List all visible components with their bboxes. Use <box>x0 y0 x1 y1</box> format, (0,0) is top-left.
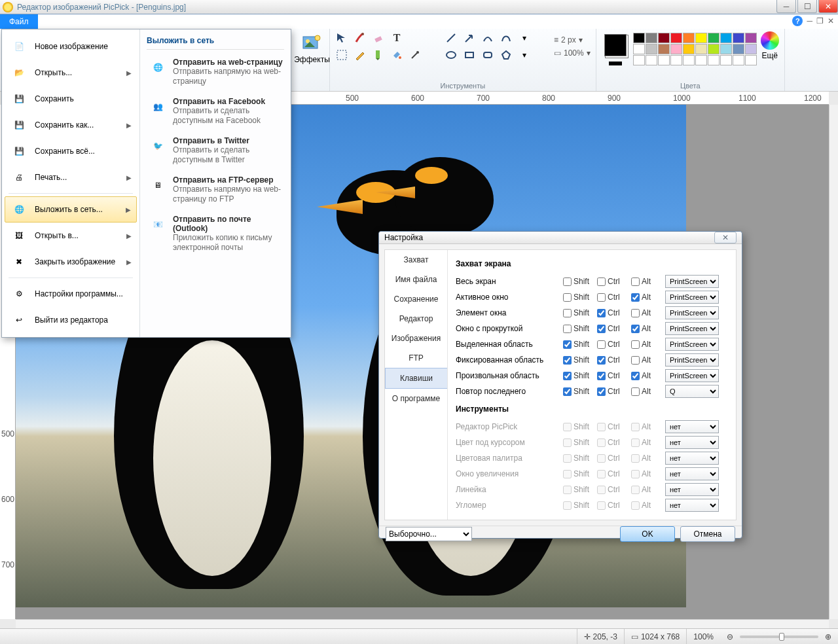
alt-checkbox[interactable] <box>631 438 640 447</box>
dialog-tab[interactable]: Захват <box>385 250 447 270</box>
color-swatch[interactable] <box>695 33 707 43</box>
color-swatch[interactable] <box>745 33 757 43</box>
color-swatch[interactable] <box>720 55 732 65</box>
color-swatch[interactable] <box>708 55 720 65</box>
hotkey-key-select[interactable]: нет <box>665 420 719 433</box>
hotkey-key-select[interactable]: нет <box>665 467 719 480</box>
dialog-tab[interactable]: Изображения <box>385 329 447 348</box>
arrow-shape-icon[interactable] <box>463 31 476 45</box>
color-swatch[interactable] <box>733 44 744 54</box>
alt-checkbox[interactable] <box>631 309 640 317</box>
ctrl-checkbox[interactable] <box>597 340 606 349</box>
alt-checkbox[interactable] <box>631 372 640 380</box>
hotkey-key-select[interactable]: нет <box>665 499 719 512</box>
marquee-tool-icon[interactable] <box>335 48 348 62</box>
share-menu-item[interactable]: 🐦Отправить в TwitterОтправить и сделать … <box>147 132 284 171</box>
ctrl-checkbox[interactable] <box>597 454 606 463</box>
shift-checkbox[interactable] <box>563 438 572 447</box>
file-menu-item[interactable]: 📄Новое изображение <box>5 33 137 60</box>
color-swatch[interactable] <box>695 55 707 65</box>
polygon-shape-icon[interactable] <box>500 48 513 62</box>
more-colors-button[interactable]: Ещё <box>761 31 779 60</box>
share-menu-item[interactable]: 📧Отправить по почте (Outlook)Приложить к… <box>147 211 284 259</box>
eraser-tool-icon[interactable] <box>372 31 385 45</box>
shift-checkbox[interactable] <box>563 356 572 365</box>
alt-checkbox[interactable] <box>631 387 640 396</box>
maximize-button[interactable]: ☐ <box>797 0 817 13</box>
color-swatch[interactable] <box>633 55 645 65</box>
color-swatch[interactable] <box>708 44 720 54</box>
color-swatch[interactable] <box>670 55 682 65</box>
hotkey-key-select[interactable]: PrintScreen <box>665 353 719 367</box>
text-tool-icon[interactable]: T <box>390 31 403 45</box>
file-menu-item[interactable]: 🖼Открыть в...▶ <box>5 223 137 249</box>
file-menu-item[interactable]: ✖Закрыть изображение▶ <box>5 249 137 275</box>
color-swatch[interactable] <box>658 33 670 43</box>
hotkey-key-select[interactable]: Q <box>665 385 719 398</box>
zoom-slider[interactable] <box>740 635 818 638</box>
color-swatch[interactable] <box>708 33 720 43</box>
ctrl-checkbox[interactable] <box>597 309 606 317</box>
ctrl-checkbox[interactable] <box>597 325 606 333</box>
ctrl-checkbox[interactable] <box>597 387 606 396</box>
stroke-width-control[interactable]: ≡ 2 px ▾ <box>554 35 591 45</box>
roundrect-shape-icon[interactable] <box>481 48 494 62</box>
color-swatch[interactable] <box>646 44 657 54</box>
line-shape-icon[interactable] <box>445 31 458 45</box>
alt-checkbox[interactable] <box>631 423 640 431</box>
alt-checkbox[interactable] <box>631 293 640 302</box>
ctrl-checkbox[interactable] <box>597 372 606 380</box>
dialog-tab[interactable]: О программе <box>385 389 447 408</box>
color-swatch[interactable] <box>733 55 744 65</box>
color-swatch[interactable] <box>658 55 670 65</box>
file-menu-item[interactable]: 🖨Печать...▶ <box>5 164 137 190</box>
color-swatch[interactable] <box>733 33 744 43</box>
pencil-tool-icon[interactable] <box>354 48 367 62</box>
foreground-color-swatch[interactable] <box>604 34 627 56</box>
ctrl-checkbox[interactable] <box>597 438 606 447</box>
alt-checkbox[interactable] <box>631 470 640 478</box>
color-swatch[interactable] <box>745 44 757 54</box>
color-swatch[interactable] <box>646 55 657 65</box>
file-menu-item[interactable]: ↩Выйти из редактора <box>5 307 137 333</box>
marker-tool-icon[interactable] <box>372 48 385 62</box>
shift-checkbox[interactable] <box>563 387 572 396</box>
shift-checkbox[interactable] <box>563 325 572 333</box>
shift-checkbox[interactable] <box>563 340 572 349</box>
picker-tool-icon[interactable] <box>409 48 422 62</box>
file-menu-item[interactable]: 💾Сохранить всё... <box>5 138 137 164</box>
file-menu-item[interactable]: 💾Сохранить <box>5 86 137 112</box>
color-swatch[interactable] <box>633 33 645 43</box>
shift-checkbox[interactable] <box>563 309 572 317</box>
share-menu-item[interactable]: 🌐Отправить на web-страницуОтправить напр… <box>147 54 284 93</box>
shift-checkbox[interactable] <box>563 372 572 380</box>
shift-checkbox[interactable] <box>563 470 572 478</box>
file-menu-item[interactable]: ⚙Настройки программы... <box>5 281 137 307</box>
help-icon[interactable]: ? <box>792 16 803 26</box>
zoom-in-button[interactable]: ⊕ <box>825 632 831 641</box>
dialog-tab[interactable]: Имя файла <box>385 270 447 289</box>
selective-dropdown[interactable]: Выборочно... <box>386 527 472 541</box>
shift-checkbox[interactable] <box>563 486 572 494</box>
color-palette[interactable] <box>633 33 757 65</box>
file-menu-item[interactable]: 📂Открыть...▶ <box>5 60 137 86</box>
dialog-close-button[interactable]: ✕ <box>714 232 737 243</box>
alt-checkbox[interactable] <box>631 277 640 286</box>
ctrl-checkbox[interactable] <box>597 293 606 302</box>
horizontal-scrollbar[interactable] <box>16 619 829 628</box>
close-button[interactable]: ✕ <box>818 0 838 13</box>
shift-checkbox[interactable] <box>563 277 572 286</box>
ok-button[interactable]: OK <box>620 526 675 542</box>
shift-checkbox[interactable] <box>563 293 572 302</box>
alt-checkbox[interactable] <box>631 501 640 510</box>
file-tab[interactable]: Файл <box>0 14 38 29</box>
curve-shape-icon[interactable] <box>481 31 494 45</box>
color-swatch[interactable] <box>695 44 707 54</box>
bezier-shape-icon[interactable] <box>500 31 513 45</box>
file-menu-item[interactable]: 💾Сохранить как...▶ <box>5 112 137 138</box>
more-shapes-icon[interactable]: ▾ <box>518 31 531 45</box>
fill-tool-icon[interactable] <box>390 48 403 62</box>
alt-checkbox[interactable] <box>631 454 640 463</box>
alt-checkbox[interactable] <box>631 356 640 365</box>
share-menu-item[interactable]: 🖥Отправить на FTP-серверОтправить напрям… <box>147 171 284 211</box>
